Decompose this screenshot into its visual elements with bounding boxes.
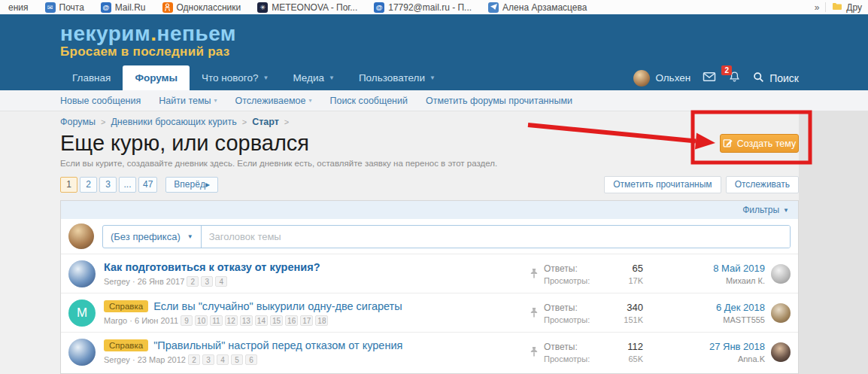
- thread-page-link[interactable]: 2: [187, 276, 199, 287]
- subnav-watched[interactable]: Отслеживаемое▾: [235, 96, 312, 106]
- tab-media[interactable]: Медиа▼: [281, 65, 346, 90]
- thread-stats: Ответы:112 Просмотры:65K: [544, 341, 643, 363]
- views-count: 17K: [628, 276, 643, 285]
- thread-title-input[interactable]: [202, 226, 790, 248]
- alerts-button[interactable]: 2: [728, 71, 741, 86]
- last-post-user[interactable]: Anna.K: [651, 354, 765, 363]
- thread-byline[interactable]: Sergey · 26 Янв 2017: [104, 277, 184, 286]
- site-logo[interactable]: некурим.непьем Бросаем в последний раз: [60, 23, 236, 59]
- subnav-mark-forums-read[interactable]: Отметить форумы прочитанными: [426, 96, 572, 106]
- search-button[interactable]: Поиск: [753, 71, 799, 85]
- quick-thread-composer: (Без префикса) ▼: [61, 219, 798, 254]
- thread-page-link[interactable]: 17: [300, 315, 313, 326]
- views-count: 65K: [628, 354, 643, 363]
- bookmark-item[interactable]: Алена Арзамасцева: [480, 2, 595, 13]
- site-header: некурим.непьем Бросаем в последний раз Г…: [0, 14, 868, 90]
- last-post-avatar[interactable]: [771, 264, 791, 284]
- chevron-down-icon: ▾: [214, 97, 217, 104]
- thread-title-link[interactable]: "Правильный" настрой перед отказом от ку…: [153, 339, 402, 351]
- thread-page-link[interactable]: 14: [255, 315, 268, 326]
- thread-row[interactable]: Справка "Правильный" настрой перед отказ…: [61, 332, 798, 371]
- next-page-button[interactable]: Вперёд▸: [165, 177, 218, 193]
- last-post-user[interactable]: Михаил К.: [651, 276, 765, 285]
- thread-page-link[interactable]: 10: [195, 315, 208, 326]
- page-number-3[interactable]: 3: [99, 177, 117, 193]
- chevron-down-icon: ▼: [187, 233, 193, 240]
- page-number-47[interactable]: 47: [138, 177, 157, 193]
- last-post-date[interactable]: 8 Май 2019: [651, 263, 765, 274]
- prefix-select[interactable]: (Без префикса) ▼: [103, 226, 202, 248]
- bookmarks-overflow-chevron[interactable]: »: [809, 2, 826, 13]
- page-number-1[interactable]: 1: [60, 177, 77, 193]
- breadcrumb-start[interactable]: Старт: [252, 117, 279, 127]
- thread-page-link[interactable]: 6: [245, 354, 257, 365]
- breadcrumb: Форумы > Дневники бросающих курить > Ста…: [60, 116, 799, 127]
- thread-page-link[interactable]: 3: [202, 354, 214, 365]
- breadcrumb-forums[interactable]: Форумы: [60, 117, 96, 127]
- watch-button[interactable]: Отслеживать: [726, 176, 799, 193]
- subnav-find-threads[interactable]: Найти темы▾: [159, 96, 217, 106]
- last-post-date[interactable]: 6 Дек 2018: [651, 302, 765, 313]
- filters-button[interactable]: Фильтры: [742, 205, 779, 215]
- subnav-new-posts[interactable]: Новые сообщения: [60, 96, 141, 106]
- bookmark-item[interactable]: Одноклассники: [154, 2, 250, 13]
- page-title: Еще курю, или сорвался: [60, 130, 799, 156]
- avatar[interactable]: M: [68, 300, 96, 327]
- tab-members[interactable]: Пользователи▼: [347, 65, 448, 90]
- prefix-badge[interactable]: Справка: [104, 300, 148, 312]
- sticky-pin-icon: [524, 346, 544, 357]
- thread-page-link[interactable]: 15: [270, 315, 283, 326]
- thread-page-link[interactable]: 16: [285, 315, 298, 326]
- bookmark-item[interactable]: ✉ Почта: [37, 2, 93, 13]
- tab-home[interactable]: Главная: [60, 65, 123, 90]
- avatar[interactable]: [68, 339, 96, 366]
- inbox-button[interactable]: [703, 71, 716, 84]
- prefix-badge[interactable]: Справка: [104, 339, 148, 351]
- thread-row[interactable]: M Справка Если вы "случайно" выкурили од…: [61, 293, 798, 332]
- thread-title-link[interactable]: Если вы "случайно" выкурили одну-две сиг…: [153, 300, 402, 312]
- page-gap[interactable]: ...: [119, 177, 136, 193]
- avatar: [633, 70, 650, 87]
- page-number-2[interactable]: 2: [80, 177, 97, 193]
- last-post-avatar[interactable]: [771, 303, 791, 323]
- breadcrumb-diaries[interactable]: Дневники бросающих курить: [111, 117, 236, 127]
- bookmark-folder[interactable]: Дру: [826, 2, 868, 13]
- create-thread-button[interactable]: Создать тему: [720, 134, 799, 153]
- thread-page-link[interactable]: 9: [181, 315, 193, 326]
- last-post-info: 6 Дек 2018 MASTT555: [651, 302, 765, 324]
- thread-page-link[interactable]: 3: [201, 276, 213, 287]
- avatar: [68, 223, 94, 249]
- chevron-right-icon: >: [101, 117, 105, 126]
- avatar[interactable]: [68, 260, 96, 287]
- thread-page-link[interactable]: 4: [217, 354, 229, 365]
- thread-page-link[interactable]: 4: [215, 276, 227, 287]
- arrow-right-icon: ▸: [205, 179, 210, 190]
- thread-page-link[interactable]: 12: [225, 315, 238, 326]
- thread-row[interactable]: Как подготовиться к отказу от курения? S…: [61, 254, 798, 293]
- tab-whats-new[interactable]: Что нового?▼: [190, 65, 281, 90]
- tab-forums[interactable]: Форумы: [123, 65, 190, 90]
- thread-page-link[interactable]: 5: [231, 354, 243, 365]
- last-post-info: 27 Янв 2018 Anna.K: [651, 341, 765, 363]
- thread-page-link[interactable]: 13: [240, 315, 253, 326]
- thread-page-link[interactable]: 18: [315, 315, 328, 326]
- thread-byline[interactable]: Margo · 6 Июн 2011: [104, 316, 178, 325]
- last-post-user[interactable]: MASTT555: [651, 315, 765, 324]
- thread-byline[interactable]: Sergey · 23 Мар 2012: [104, 355, 186, 364]
- last-post-avatar[interactable]: [771, 342, 791, 362]
- bookmark-item[interactable]: ения: [0, 2, 37, 13]
- meteo-icon: ✳: [257, 2, 268, 13]
- bookmark-item[interactable]: @ Mail.Ru: [93, 2, 154, 13]
- username: Ольхен: [655, 72, 690, 84]
- subnav-search-posts[interactable]: Поиск сообщений: [329, 96, 408, 106]
- mark-read-button[interactable]: Отметить прочитанным: [604, 176, 721, 193]
- thread-page-link[interactable]: 11: [210, 315, 222, 326]
- search-icon: [753, 71, 764, 85]
- last-post-date[interactable]: 27 Янв 2018: [651, 341, 765, 352]
- account-menu[interactable]: Ольхен: [633, 70, 690, 87]
- thread-stats: Ответы:65 Просмотры:17K: [544, 263, 643, 285]
- bookmark-item[interactable]: ✳ METEONOVA - Пог...: [249, 2, 366, 13]
- bookmark-item[interactable]: @ 17792@mail.ru - П...: [366, 2, 480, 13]
- thread-title-link[interactable]: Как подготовиться к отказу от курения?: [104, 261, 320, 273]
- thread-page-link[interactable]: 2: [188, 354, 200, 365]
